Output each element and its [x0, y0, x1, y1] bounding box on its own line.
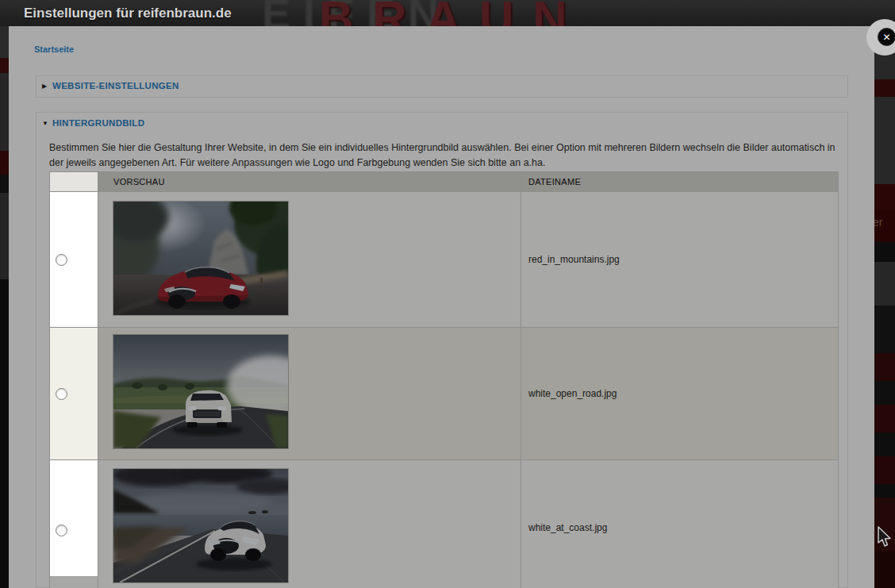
panel-hintergrundbild: ▼ HINTERGRUNDBILD Bestimmen Sie hier die… — [36, 112, 848, 588]
table-header-vorschau: VORSCHAU — [98, 172, 520, 191]
section-title: WEBSITE-EINSTELLUNGEN — [52, 81, 179, 90]
section-toggle-website-einstellungen[interactable]: ▶ WEBSITE-EINSTELLUNGEN — [36, 76, 847, 90]
table-header-dateiname: DATEINAME — [521, 172, 838, 191]
background-site-topbar: EIFEN BRAUN Einstellungen für reifenbrau… — [0, 0, 895, 26]
background-brand-text: BRAUN — [319, 0, 586, 26]
background-radio-white-open-road[interactable] — [56, 388, 67, 400]
table-header-radio — [50, 172, 98, 191]
breadcrumb-startseite-link[interactable]: Startseite — [34, 44, 74, 54]
close-icon[interactable]: ✕ — [878, 28, 895, 46]
table-row-preview-cell[interactable] — [98, 192, 520, 327]
settings-modal: ✕ Startseite ▶ WEBSITE-EINSTELLUNGEN ▼ H… — [9, 26, 874, 588]
table-row-filename-cell[interactable]: red_in_mountains.jpg — [521, 192, 838, 327]
preview-image-white-sedan-coast — [113, 469, 288, 582]
background-site-right-edge — [874, 26, 895, 588]
expanded-arrow-icon: ▼ — [42, 120, 50, 127]
table-row-filename-cell[interactable]: white_at_coast.jpg — [521, 460, 838, 588]
background-radio-red-in-mountains[interactable] — [56, 254, 67, 266]
background-site-left-edge — [0, 26, 9, 588]
preview-image-red-car-mountain-road — [113, 202, 288, 315]
collapsed-arrow-icon: ▶ — [42, 83, 50, 90]
background-radio-white-at-coast[interactable] — [56, 525, 67, 536]
table-row-filename-cell[interactable]: white_open_road.jpg — [521, 328, 838, 459]
section-description: Bestimmen Sie hier die Gestaltung Ihrer … — [49, 140, 836, 171]
table-row-radio-cell[interactable] — [50, 328, 98, 459]
page-title: Einstellungen für reifenbraun.de — [24, 0, 232, 26]
panel-website-einstellungen: ▶ WEBSITE-EINSTELLUNGEN — [36, 75, 848, 98]
table-row-radio-cell[interactable] — [50, 192, 98, 327]
table-row-preview-cell[interactable] — [98, 328, 520, 459]
section-title: HINTERGRUNDBILD — [52, 118, 144, 128]
background-image-table: VORSCHAU DATEINAME — [49, 171, 839, 588]
preview-image-white-suv-open-road — [113, 335, 288, 448]
section-toggle-hintergrundbild[interactable]: ▼ HINTERGRUNDBILD — [36, 113, 847, 128]
mouse-cursor-icon — [878, 526, 892, 551]
table-row-preview-cell[interactable] — [98, 460, 520, 588]
table-row-radio-cell[interactable] — [50, 460, 98, 588]
